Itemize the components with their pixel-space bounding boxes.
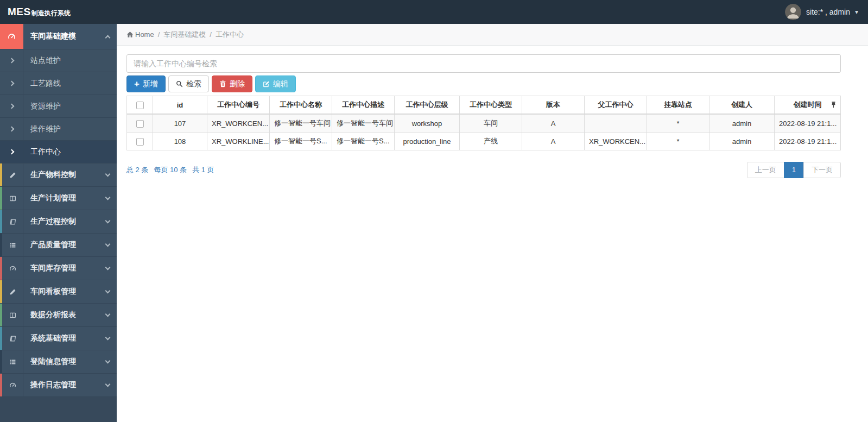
cell-station: *	[647, 114, 709, 133]
caret-down-icon: ▾	[855, 8, 858, 16]
pencil-icon	[0, 280, 23, 303]
breadcrumb-separator: /	[210, 30, 212, 39]
pencil-icon	[0, 163, 23, 186]
cell-version: A	[522, 133, 585, 150]
cell-creator: admin	[709, 133, 775, 150]
sidebar-group-workshop-modeling[interactable]: 车间基础建模	[0, 24, 117, 49]
prev-page-button[interactable]: 上一页	[747, 162, 784, 178]
cell-station: *	[647, 133, 709, 150]
main-panel: Home / 车间基础建模 / 工作中心 + 新增 检索	[117, 24, 868, 422]
chevron-right-icon	[0, 141, 23, 163]
sidebar-module-data-analysis[interactable]: 数据分析报表	[0, 303, 117, 326]
sidebar-module-label: 数据分析报表	[23, 304, 98, 326]
sidebar-item-operation-maintenance[interactable]: 操作维护	[0, 117, 117, 140]
list-icon	[0, 234, 23, 256]
row-checkbox[interactable]	[136, 120, 144, 128]
breadcrumb-separator: /	[158, 30, 160, 39]
sidebar-module-operation-log[interactable]: 操作日志管理	[0, 373, 117, 396]
cell-type: 车间	[460, 114, 522, 133]
cell-description: 修一智能一号S...	[332, 133, 395, 150]
sidebar-item-label: 工艺路线	[23, 72, 117, 95]
current-page-button[interactable]: 1	[784, 162, 804, 178]
edit-button-label: 编辑	[273, 79, 288, 89]
search-button[interactable]: 检索	[168, 75, 209, 92]
search-icon	[176, 80, 183, 87]
chevron-down-icon	[98, 350, 117, 373]
app-window: MES 制造执行系统 site:* , admin ▾ 车间基础建模 站点维护	[0, 0, 868, 422]
stats-pages: 共 1 页	[192, 165, 214, 175]
breadcrumb-home-link[interactable]: Home	[126, 30, 154, 39]
dashboard-icon	[0, 257, 23, 280]
record-stats: 总 2 条 每页 10 条 共 1 页	[126, 165, 214, 175]
column-header-creator: 创建人	[709, 96, 775, 115]
chevron-down-icon	[98, 187, 117, 210]
breadcrumb-home-label: Home	[135, 30, 154, 39]
delete-button-label: 删除	[230, 79, 245, 89]
sidebar-item-label: 工作中心	[23, 141, 117, 163]
list-icon	[0, 350, 23, 373]
cell-parent	[585, 114, 647, 133]
avatar	[785, 4, 801, 20]
chevron-down-icon	[98, 304, 117, 326]
add-button[interactable]: + 新增	[126, 75, 166, 92]
cell-code: XR_WORKCEN...	[207, 114, 270, 133]
chevron-up-icon	[98, 24, 117, 49]
breadcrumb: Home / 车间基础建模 / 工作中心	[117, 24, 868, 46]
sidebar-module-login-info[interactable]: 登陆信息管理	[0, 350, 117, 373]
sidebar-module-product-quality[interactable]: 产品质量管理	[0, 233, 117, 256]
chevron-down-icon	[98, 257, 117, 280]
sidebar-module-label: 生产计划管理	[23, 187, 98, 210]
column-header-code: 工作中心编号	[207, 96, 270, 115]
trash-icon	[219, 80, 226, 87]
toolbar: + 新增 检索 删除 编辑	[126, 75, 841, 92]
chevron-right-icon	[0, 118, 23, 140]
stats-total: 总 2 条	[126, 165, 148, 175]
column-header-level: 工作中心层级	[395, 96, 460, 115]
sidebar-module-production-process[interactable]: 生产过程控制	[0, 210, 117, 233]
pagination: 上一页 1 下一页	[747, 162, 841, 178]
chevron-right-icon	[0, 49, 23, 72]
column-header-station: 挂靠站点	[647, 96, 709, 115]
column-header-type: 工作中心类型	[460, 96, 522, 115]
delete-button[interactable]: 删除	[212, 75, 252, 92]
sidebar-module-production-material[interactable]: 生产物料控制	[0, 163, 117, 186]
search-input[interactable]	[126, 54, 841, 73]
next-page-button[interactable]: 下一页	[803, 162, 841, 178]
user-menu[interactable]: site:* , admin ▾	[785, 4, 858, 20]
cell-level: production_line	[395, 133, 460, 150]
pushpin-icon[interactable]	[831, 102, 837, 109]
sidebar-item-station-maintenance[interactable]: 站点维护	[0, 49, 117, 72]
content-area: + 新增 检索 删除 编辑	[117, 46, 868, 178]
sidebar-module-label: 车间看板管理	[23, 280, 98, 303]
sidebar-item-work-center[interactable]: 工作中心	[0, 140, 117, 163]
sidebar-group-label: 车间基础建模	[23, 24, 98, 49]
sidebar-item-process-route[interactable]: 工艺路线	[0, 72, 117, 95]
cell-id: 108	[153, 133, 207, 150]
search-button-label: 检索	[186, 79, 201, 89]
row-select-cell	[127, 114, 153, 133]
dashboard-icon	[0, 374, 23, 396]
cell-id: 107	[153, 114, 207, 133]
row-checkbox[interactable]	[136, 138, 144, 146]
sidebar-item-label: 站点维护	[23, 49, 117, 72]
sidebar-item-resource-maintenance[interactable]: 资源维护	[0, 95, 117, 117]
sidebar-module-label: 登陆信息管理	[23, 350, 98, 373]
breadcrumb-current: 工作中心	[216, 30, 244, 40]
work-center-table: id 工作中心编号 工作中心名称 工作中心描述 工作中心层级 工作中心类型 版本…	[126, 96, 841, 150]
breadcrumb-level1-link[interactable]: 车间基础建模	[163, 30, 206, 40]
cell-type: 产线	[460, 133, 522, 150]
select-all-checkbox[interactable]	[136, 102, 144, 109]
edit-button[interactable]: 编辑	[255, 75, 296, 92]
sidebar-module-workshop-kanban[interactable]: 车间看板管理	[0, 280, 117, 303]
sidebar-module-workshop-inventory[interactable]: 车间库存管理	[0, 256, 117, 280]
book-icon	[0, 210, 23, 233]
table-row: 107 XR_WORKCEN... 修一智能一号车间 修一智能一号车间 work…	[127, 114, 841, 133]
sidebar-module-system-basic[interactable]: 系统基础管理	[0, 326, 117, 350]
table-footer: 总 2 条 每页 10 条 共 1 页 上一页 1 下一页	[126, 162, 841, 178]
chevron-right-icon	[0, 95, 23, 117]
select-all-cell	[127, 96, 153, 115]
column-header-description: 工作中心描述	[332, 96, 395, 115]
edit-icon	[263, 80, 270, 87]
sidebar-module-label: 车间库存管理	[23, 257, 98, 280]
sidebar-module-production-plan[interactable]: 生产计划管理	[0, 186, 117, 210]
